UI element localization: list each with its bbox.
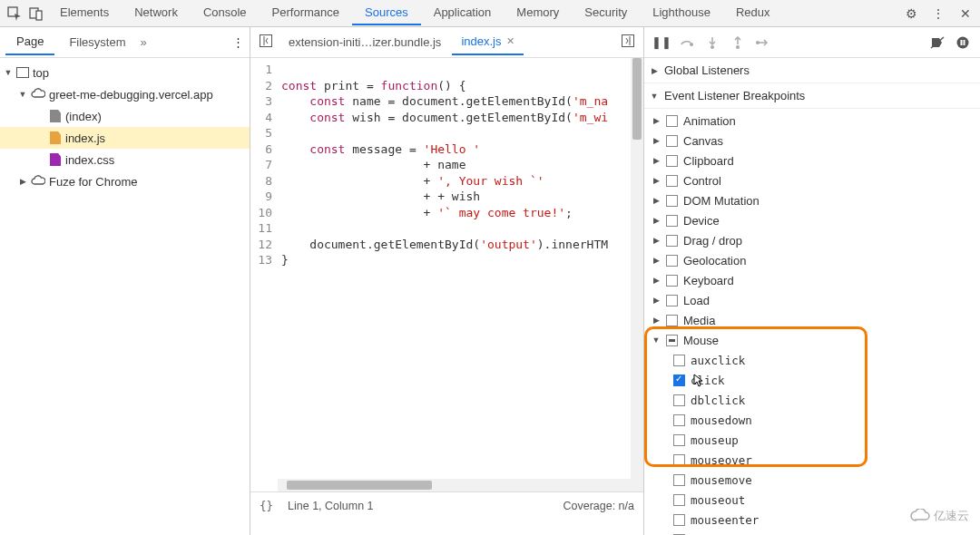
nav-more-vert-icon[interactable]: ⋮ [232, 35, 244, 49]
nav-tab-filesystem[interactable]: Filesystem [58, 30, 136, 54]
vertical-scrollbar[interactable] [631, 58, 643, 481]
event-category-keyboard[interactable]: ▶Keyboard [644, 270, 980, 290]
hide-debugger-icon[interactable] [616, 34, 640, 50]
tree-file-index-js[interactable]: index.js [0, 127, 250, 149]
expand-right-icon[interactable]: ▶ [652, 216, 661, 225]
close-devtools-icon[interactable]: ✕ [955, 3, 976, 24]
checkbox[interactable] [666, 255, 678, 267]
checkbox[interactable] [666, 195, 678, 207]
checkbox[interactable] [673, 514, 685, 526]
tree-domain[interactable]: ▼ greet-me-debugging.vercel.app [0, 83, 250, 105]
expand-down-icon[interactable]: ▼ [650, 92, 659, 101]
step-out-icon[interactable] [730, 36, 746, 49]
expand-down-icon[interactable]: ▼ [652, 336, 661, 345]
horizontal-scrollbar[interactable] [278, 479, 643, 491]
expand-right-icon[interactable]: ▶ [650, 66, 659, 75]
expand-down-icon[interactable]: ▼ [4, 68, 13, 77]
checkbox[interactable] [673, 394, 685, 406]
checkbox[interactable] [673, 434, 685, 446]
expand-right-icon[interactable]: ▶ [652, 116, 661, 125]
event-category-dom-mutation[interactable]: ▶DOM Mutation [644, 190, 980, 210]
event-mousemove[interactable]: mousemove [644, 470, 980, 490]
expand-down-icon[interactable]: ▼ [18, 90, 27, 99]
pretty-print-icon[interactable]: {} [260, 499, 273, 512]
event-mouseover[interactable]: mouseover [644, 450, 980, 470]
expand-right-icon[interactable]: ▶ [652, 236, 661, 245]
tab-sources[interactable]: Sources [352, 1, 421, 25]
more-vert-icon[interactable]: ⋮ [927, 3, 949, 24]
section-event-breakpoints[interactable]: ▼ Event Listener Breakpoints [644, 83, 980, 109]
event-mouseout[interactable]: mouseout [644, 490, 980, 510]
tab-performance[interactable]: Performance [260, 1, 352, 25]
expand-right-icon[interactable]: ▶ [652, 196, 661, 205]
event-auxclick[interactable]: auxclick [644, 350, 980, 370]
tab-security[interactable]: Security [572, 1, 640, 25]
event-category-animation[interactable]: ▶Animation [644, 111, 980, 131]
tab-redux[interactable]: Redux [723, 1, 783, 25]
event-category-load[interactable]: ▶Load [644, 290, 980, 310]
tab-memory[interactable]: Memory [504, 1, 572, 25]
scrollbar-thumb[interactable] [287, 481, 432, 490]
checkbox[interactable] [666, 315, 678, 326]
event-category-device[interactable]: ▶Device [644, 210, 980, 230]
tab-console[interactable]: Console [191, 1, 260, 25]
event-category-geolocation[interactable]: ▶Geolocation [644, 250, 980, 270]
device-toggle-icon[interactable] [25, 3, 47, 24]
event-category-drag-drop[interactable]: ▶Drag / drop [644, 230, 980, 250]
checkbox[interactable] [666, 115, 678, 127]
step-icon[interactable] [755, 37, 771, 48]
nav-tab-page[interactable]: Page [5, 29, 54, 55]
tree-file-index-html[interactable]: (index) [0, 105, 250, 127]
expand-right-icon[interactable]: ▶ [18, 177, 27, 186]
close-tab-icon[interactable]: ✕ [506, 35, 514, 47]
event-mouseleave[interactable]: mouseleave [644, 530, 980, 535]
event-click[interactable]: click [644, 370, 980, 390]
checkbox[interactable] [673, 414, 685, 426]
step-over-icon[interactable] [679, 37, 695, 48]
checkbox[interactable] [666, 135, 678, 147]
checkbox[interactable] [666, 155, 678, 167]
tree-file-index-css[interactable]: index.css [0, 149, 250, 170]
file-tab-extension[interactable]: extension-initi…izer.bundle.js [279, 30, 450, 54]
expand-right-icon[interactable]: ▶ [652, 136, 661, 145]
checkbox[interactable] [673, 374, 685, 386]
checkbox[interactable] [666, 175, 678, 187]
checkbox[interactable] [673, 494, 685, 506]
checkbox[interactable] [673, 355, 685, 366]
tab-application[interactable]: Application [421, 1, 505, 25]
event-mousedown[interactable]: mousedown [644, 410, 980, 430]
pause-on-exceptions-icon[interactable] [955, 36, 971, 49]
expand-right-icon[interactable]: ▶ [652, 296, 661, 305]
event-dblclick[interactable]: dblclick [644, 390, 980, 410]
tab-lighthouse[interactable]: Lighthouse [640, 1, 723, 25]
section-global-listeners[interactable]: ▶ Global Listeners [644, 58, 980, 83]
checkbox[interactable] [666, 295, 678, 306]
tree-extension[interactable]: ▶ Fuze for Chrome [0, 170, 250, 192]
tab-network[interactable]: Network [122, 1, 191, 25]
file-tab-indexjs[interactable]: index.js ✕ [452, 29, 524, 55]
checkbox[interactable] [666, 335, 678, 346]
pause-icon[interactable]: ❚❚ [653, 35, 670, 49]
expand-right-icon[interactable]: ▶ [652, 256, 661, 265]
checkbox[interactable] [673, 454, 685, 466]
checkbox[interactable] [666, 215, 678, 227]
event-category-control[interactable]: ▶Control [644, 170, 980, 190]
tree-top[interactable]: ▼ top [0, 62, 250, 83]
nav-more-chevrons-icon[interactable]: » [141, 35, 147, 49]
checkbox[interactable] [666, 235, 678, 247]
tab-elements[interactable]: Elements [47, 1, 122, 25]
expand-right-icon[interactable]: ▶ [652, 276, 661, 285]
event-category-canvas[interactable]: ▶Canvas [644, 131, 980, 151]
expand-right-icon[interactable]: ▶ [652, 156, 661, 165]
inspect-icon[interactable] [4, 3, 25, 24]
settings-gear-icon[interactable]: ⚙ [900, 3, 922, 24]
event-category-media[interactable]: ▶Media [644, 310, 980, 330]
event-mouseup[interactable]: mouseup [644, 430, 980, 450]
code-area[interactable]: 12345678910111213 const print = function… [250, 58, 643, 491]
scrollbar-thumb[interactable] [632, 58, 642, 140]
checkbox[interactable] [673, 474, 685, 486]
step-into-icon[interactable] [704, 36, 720, 49]
event-category-clipboard[interactable]: ▶Clipboard [644, 151, 980, 170]
deactivate-breakpoints-icon[interactable] [929, 36, 946, 49]
expand-right-icon[interactable]: ▶ [652, 316, 661, 325]
